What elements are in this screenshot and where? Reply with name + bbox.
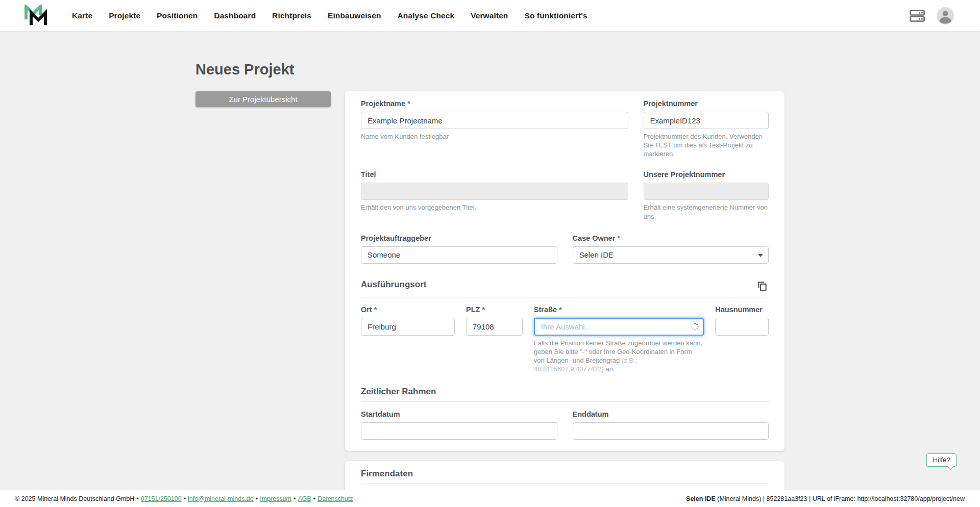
required-asterisk: *: [617, 234, 620, 242]
footer-user-name: Selen IDE: [686, 495, 716, 502]
unsere-projektnummer-label: Unsere Projektnummer: [644, 170, 769, 179]
nav-item-analyse-check[interactable]: Analyse Check: [398, 11, 455, 20]
field-startdatum: Startdatum: [361, 410, 557, 440]
ort-label: Ort: [361, 306, 372, 314]
nav-item-einbauweisen[interactable]: Einbauweisen: [328, 11, 381, 20]
field-hausnummer: Hausnummer: [715, 305, 769, 374]
enddatum-label: Enddatum: [573, 410, 769, 419]
ort-input[interactable]: [361, 318, 455, 336]
footer-right: Selen IDE (Mineral Minds) | 852281aa3f23…: [686, 495, 965, 502]
strasse-input[interactable]: [534, 318, 704, 336]
nav-item-projekte[interactable]: Projekte: [109, 11, 140, 20]
projektauftraggeber-input[interactable]: [361, 246, 557, 264]
nav-item-positionen[interactable]: Positionen: [157, 11, 198, 20]
footer-session-info: (Mineral Minds) | 852281aa3f23 | URL of …: [716, 495, 965, 502]
user-avatar-icon[interactable]: [936, 7, 954, 25]
titel-input: [361, 183, 628, 200]
field-plz: PLZ*: [466, 305, 523, 374]
title-divider: [195, 85, 785, 85]
required-asterisk: *: [407, 99, 410, 108]
footer-link-email[interactable]: info@mineral-minds.de: [188, 495, 254, 502]
footer-copyright: © 2025 Mineral Minds Deutschland GmbH: [15, 495, 134, 502]
nav-item-verwalten[interactable]: Verwalten: [471, 11, 508, 20]
speech-bubble-tail: [947, 463, 954, 470]
plz-label: PLZ: [466, 306, 480, 314]
help-button[interactable]: Hilfe?: [926, 453, 957, 467]
footer-link-datenschutz[interactable]: Datenschutz: [317, 495, 353, 502]
projektnummer-helper: Projektnummer des Kunden. Verwenden Sie …: [644, 132, 769, 158]
projektname-label: Projektname: [361, 99, 405, 108]
projektnummer-label: Projektnummer: [644, 99, 769, 108]
field-titel: Titel Erhält den von uns vorgegebenen Ti…: [361, 170, 628, 220]
hausnummer-label: Hausnummer: [715, 305, 769, 314]
section-divider: [361, 297, 769, 297]
section-divider: [361, 401, 769, 402]
main-content: Neues Projekt Zur Projektübersicht Proje…: [195, 61, 785, 507]
projektname-helper: Name vom Kunden festlegbar: [361, 132, 628, 141]
footer-left: © 2025 Mineral Minds Deutschland GmbH•07…: [15, 495, 353, 502]
titel-label: Titel: [361, 170, 628, 179]
section-title-zeitlicher-rahmen: Zeitlicher Rahmen: [361, 387, 769, 397]
field-projektauftraggeber: Projektauftraggeber: [361, 234, 557, 264]
new-project-form-card: Projektname* Name vom Kunden festlegbar …: [345, 91, 785, 451]
field-case-owner: Case Owner* Selen IDE: [573, 234, 769, 264]
projektname-input[interactable]: [361, 112, 628, 129]
help-button-label: Hilfe?: [933, 456, 950, 464]
unsere-projektnummer-helper: Erhält eine systemgenerierte Nummer von …: [644, 203, 769, 220]
section-title-firmendaten: Firmendaten: [361, 469, 769, 479]
server-rack-icon[interactable]: [910, 10, 925, 22]
copy-icon[interactable]: [756, 280, 769, 292]
projektauftraggeber-label: Projektauftraggeber: [361, 234, 557, 243]
hausnummer-input[interactable]: [715, 318, 769, 336]
field-projektnummer: Projektnummer Projektnummer des Kunden. …: [644, 99, 769, 158]
mineral-minds-logo-icon[interactable]: [23, 5, 48, 27]
nav-item-richtpreis[interactable]: Richtpreis: [272, 11, 311, 20]
main-menu: Karte Projekte Positionen Dashboard Rich…: [72, 11, 587, 20]
nav-item-karte[interactable]: Karte: [72, 11, 92, 20]
back-to-project-overview-button[interactable]: Zur Projektübersicht: [195, 91, 331, 107]
plz-input[interactable]: [466, 318, 523, 336]
footer-link-phone[interactable]: 07151/250100: [141, 495, 182, 502]
strasse-helper: Falls die Position keiner Straße zugeord…: [534, 339, 704, 374]
page-title: Neues Projekt: [195, 61, 785, 78]
field-strasse: Straße*: [534, 305, 704, 374]
nav-item-so-funktionierts[interactable]: So funktioniert's: [524, 11, 587, 20]
field-unsere-projektnummer: Unsere Projektnummer Erhält eine systemg…: [644, 170, 769, 220]
nav-item-dashboard[interactable]: Dashboard: [214, 11, 256, 20]
required-asterisk: *: [482, 306, 485, 314]
titel-helper: Erhält den von uns vorgegebenen Titel.: [361, 203, 628, 212]
chevron-down-icon: [758, 254, 763, 257]
required-asterisk: *: [374, 306, 377, 314]
footer-link-impressum[interactable]: Impressum: [260, 495, 291, 502]
startdatum-input[interactable]: [361, 422, 557, 440]
field-enddatum: Enddatum: [573, 410, 769, 440]
footer-link-agb[interactable]: AGB: [298, 495, 311, 502]
footer: © 2025 Mineral Minds Deutschland GmbH•07…: [0, 490, 980, 507]
field-ort: Ort*: [361, 305, 455, 374]
case-owner-label: Case Owner: [573, 234, 616, 242]
enddatum-input[interactable]: [573, 422, 769, 440]
case-owner-value: Selen IDE: [579, 250, 614, 259]
section-divider: [361, 484, 769, 484]
strasse-label: Straße: [534, 306, 557, 314]
loading-spinner-icon: [691, 322, 699, 331]
projektnummer-input[interactable]: [644, 112, 769, 129]
case-owner-select[interactable]: Selen IDE: [573, 246, 769, 264]
section-title-ausfuehrungsort: Ausführungsort: [361, 280, 426, 290]
field-projektname: Projektname* Name vom Kunden festlegbar: [361, 99, 628, 158]
unsere-projektnummer-input: [644, 183, 769, 200]
top-navigation: Karte Projekte Positionen Dashboard Rich…: [0, 0, 980, 31]
required-asterisk: *: [559, 306, 562, 314]
startdatum-label: Startdatum: [361, 410, 557, 419]
